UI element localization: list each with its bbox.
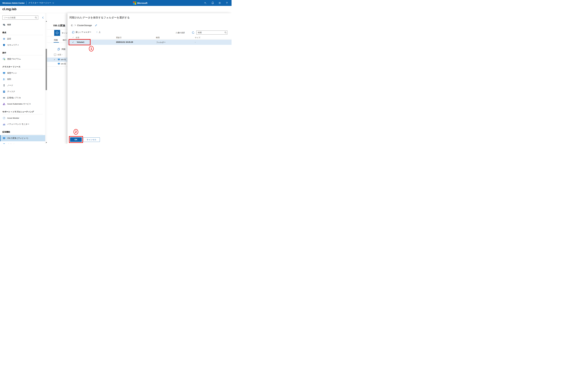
- roles-people-icon: [3, 78, 5, 81]
- performance-bars-icon: [3, 123, 5, 126]
- sidebar-nav: 概要 構成 設定 セキュリティ 操作: [0, 22, 45, 144]
- dialog-search-input[interactable]: [196, 31, 225, 34]
- edit-path-pencil-icon[interactable]: [95, 24, 97, 26]
- sync-action-button[interactable]: 同期: [57, 48, 65, 51]
- sidebar-item-events[interactable]: イベント: [0, 141, 45, 144]
- sidebar-item-security[interactable]: セキュリティ: [0, 42, 45, 48]
- notifications-bell-icon[interactable]: [209, 0, 216, 6]
- column-type[interactable]: 種類: [156, 36, 160, 39]
- vm-convert-toolbar: セッシ: [47, 29, 67, 36]
- tool-search-box: [2, 15, 38, 20]
- scrollbar-thumb[interactable]: [46, 49, 47, 90]
- powershell-icon[interactable]: >_: [202, 0, 209, 6]
- dialog-search-box: [196, 30, 227, 35]
- folder-table-header: ✓ 名前 更新日 種類 サイズ: [67, 36, 232, 39]
- folder-row-volume1[interactable]: ✓ Volume1 2025/11/11 19:25:29 フォルダー -: [67, 40, 232, 45]
- sidebar-collapse-button[interactable]: [41, 16, 45, 19]
- header-check-icon: ✓: [72, 36, 74, 38]
- vm-list-header: 名前 ↑: [47, 53, 67, 57]
- chevron-down-icon: [52, 2, 54, 4]
- sidebar-item-virtual-machines[interactable]: 仮想マシン: [0, 70, 45, 76]
- disk-icon: [3, 90, 5, 93]
- row-check-icon: ✓: [54, 58, 55, 61]
- vm-row-selected[interactable]: ✓ vm-01: [47, 57, 67, 62]
- folder-picker-dialog: 同期されたデータを保存するフォルダーを選択する C: ClusterStorag…: [67, 13, 232, 144]
- sidebar-item-settings[interactable]: 設定: [0, 36, 45, 42]
- sidebar-section-extensions: 拡張機能: [2, 130, 43, 133]
- app-title[interactable]: Windows Admin Center: [2, 2, 25, 4]
- breadcrumb-folder[interactable]: ClusterStorage: [77, 24, 92, 27]
- cluster-header: cl.mg.lab: [0, 6, 232, 13]
- copy-sync-icon: [57, 48, 60, 51]
- sidebar-item-storage-replica[interactable]: 記憶域レプリカ: [0, 95, 45, 101]
- up-folder-button[interactable]: ↑ 上: [96, 31, 101, 34]
- ok-button[interactable]: OK: [70, 137, 82, 142]
- vm-row[interactable]: vm-02: [47, 62, 67, 66]
- refresh-icon[interactable]: [191, 31, 195, 35]
- title-divider: [26, 1, 27, 4]
- settings-gear-icon[interactable]: [216, 0, 223, 6]
- tab-sync[interactable]: 同期: [54, 39, 58, 42]
- solution-name: クラスター マネージャー: [28, 2, 51, 4]
- select-all-checkbox[interactable]: [54, 54, 56, 56]
- column-modified[interactable]: 更新日: [116, 36, 122, 39]
- vm-monitor-icon: [3, 72, 5, 74]
- breadcrumb-drive[interactable]: C:: [71, 24, 73, 27]
- microsoft-logo-icon: [133, 1, 136, 5]
- sidebar-section-cluster-resources: クラスター リソース: [2, 65, 43, 68]
- shield-icon: [3, 44, 5, 46]
- sidebar-item-performance-monitor[interactable]: パフォーマンス モニター: [0, 121, 45, 127]
- sidebar-item-nodes[interactable]: ノード: [0, 82, 45, 89]
- vm-convert-tabs: 同期 移行: [47, 38, 67, 43]
- sidebar-section-support: サポート + トラブルシューティング: [2, 110, 43, 113]
- top-app-bar: Windows Admin Center クラスター マネージャー Micros…: [0, 0, 232, 6]
- scroll-up-arrow-icon[interactable]: [46, 21, 47, 22]
- sidebar-item-roles[interactable]: 役割: [0, 76, 45, 82]
- annotation-step2-badge: 2: [73, 129, 78, 135]
- events-log-icon: [3, 143, 5, 144]
- gear-icon: [3, 38, 5, 40]
- new-folder-icon: [72, 31, 74, 34]
- session-label: セッシ: [62, 32, 67, 34]
- sidebar-item-azure-monitor[interactable]: Azure Monitor: [0, 115, 45, 121]
- aks-hexagons-icon: [3, 103, 5, 105]
- sidebar-section-configuration: 構成: [2, 31, 43, 34]
- row-check-icon: ✓: [72, 41, 74, 43]
- active-tab-underline: [54, 42, 59, 43]
- search-icon: [35, 16, 38, 19]
- column-size[interactable]: サイズ: [195, 36, 200, 39]
- azure-monitor-gauge-icon: [3, 117, 5, 119]
- column-name[interactable]: 名前: [76, 36, 79, 39]
- page-title: cl.mg.lab: [2, 7, 16, 11]
- dialog-title: 同期されたデータを保存するフォルダーを選択する: [69, 16, 130, 19]
- new-folder-button[interactable]: 新しいフォルダー: [72, 31, 91, 34]
- sidebar-item-azure-kubernetes[interactable]: Azure Kubernetes サービス: [0, 101, 45, 107]
- sidebar-item-updates[interactable]: 更新プログラム: [0, 56, 45, 62]
- tools-sidebar: 概要 構成 設定 セキュリティ 操作: [0, 13, 45, 144]
- up-arrow-icon: ↑: [96, 31, 97, 34]
- search-icon: [225, 31, 228, 34]
- sidebar-item-convert-vm[interactable]: VM の変換 (プレビュー): [0, 135, 45, 141]
- sidebar-item-disks[interactable]: ディスク: [0, 89, 45, 95]
- dialog-toolbar: 新しいフォルダー ↑ 上 1 個の項目: [67, 30, 232, 35]
- cancel-button[interactable]: キャンセル: [83, 137, 100, 142]
- microsoft-wordmark: Microsoft: [137, 2, 147, 4]
- tab-migrate[interactable]: 移行: [63, 39, 67, 42]
- tool-search-input[interactable]: [2, 16, 35, 19]
- solution-switcher[interactable]: クラスター マネージャー: [28, 2, 54, 4]
- microsoft-brand: Microsoft: [133, 0, 147, 6]
- vm-monitor-icon: [58, 63, 60, 65]
- item-count: 1 個の項目: [176, 32, 186, 34]
- help-icon[interactable]: ?: [223, 0, 230, 6]
- workspace: 概要 構成 設定 セキュリティ 操作: [0, 13, 232, 144]
- convert-vm-monitor-icon: [3, 137, 5, 140]
- session-info-button[interactable]: [54, 30, 60, 36]
- dialog-footer: OK キャンセル: [67, 137, 232, 142]
- vm-monitor-icon: [58, 58, 60, 61]
- scroll-down-arrow-icon[interactable]: [46, 142, 47, 143]
- storage-replica-icon: [3, 97, 5, 99]
- overview-icon: [3, 24, 5, 26]
- sort-ascending-icon: ↑: [62, 54, 62, 56]
- vm-column-name[interactable]: 名前 ↑: [58, 54, 63, 56]
- sidebar-item-overview[interactable]: 概要: [0, 22, 45, 28]
